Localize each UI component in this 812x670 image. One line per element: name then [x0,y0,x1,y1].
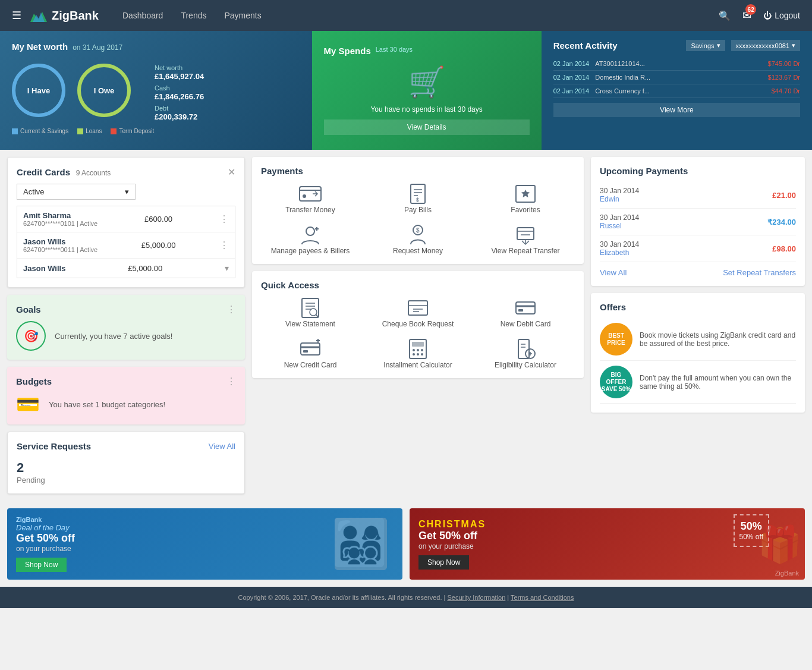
payment-pay-bills[interactable]: $ Pay Bills [369,182,467,214]
payments-card: Payments Transfer Money [252,157,584,264]
payments-grid: Transfer Money $ Pay Bills [261,182,575,255]
cc-menu-2[interactable]: ⋮ [219,240,229,251]
offer-item-1: BEST PRICE Book movie tickets using ZigB… [600,318,796,361]
qa-installment-calc[interactable]: Installment Calculator [369,337,467,369]
quick-access-title: Quick Access [261,280,319,290]
left-column: Credit Cards 9 Accounts ✕ Active ▾ Amit … [7,157,245,501]
payment-manage-payees[interactable]: Manage payees & Billers [261,223,360,255]
net-worth-label: Net worth £1,645,927.04 [155,64,204,81]
cc-amount-3: £5,000.00 [128,264,162,273]
view-more-button[interactable]: View More [553,103,800,117]
set-repeat-button[interactable]: Set Repeat Transfers [723,268,796,277]
main-content: Credit Cards 9 Accounts ✕ Active ▾ Amit … [0,150,812,508]
manage-payees-icon [298,223,322,247]
logout-button[interactable]: ⏻ Logout [763,11,800,20]
svg-point-44 [417,353,419,356]
cc-scroll-3[interactable]: ▾ [225,263,229,273]
activity-row-1: 02 Jan 2014 AT3001121014... $745.00 Dr [553,57,800,71]
nav-dashboard[interactable]: Dashboard [122,11,163,20]
account-number-select[interactable]: xxxxxxxxxxxx0081 ▾ [731,40,800,51]
upcoming-name-1: Edwin [600,195,639,203]
header: ☰ ZigBank Dashboard Trends Payments 🔍 ✉ … [0,0,812,31]
spends-title: My Spends [324,46,371,56]
qa-new-debit-card[interactable]: New Debit Card [476,296,575,328]
upcoming-date-2: 30 Jan 2014 [600,213,639,222]
budgets-menu[interactable]: ⋮ [226,376,236,387]
offers-header: Offers [600,302,796,312]
christmas-btn[interactable]: Shop Now [418,555,469,570]
cc-name-1: Amit Sharma [23,211,97,220]
svg-line-25 [316,314,318,317]
view-details-button[interactable]: View Details [324,119,530,135]
footer-security-link[interactable]: Security Information [447,594,505,601]
credit-cards-close[interactable]: ✕ [228,166,235,178]
svg-point-42 [421,349,423,351]
service-title: Service Requests [17,441,91,451]
offers-card: Offers BEST PRICE Book movie tickets usi… [591,293,805,413]
logo-text: ZigBank [52,9,99,23]
payment-request-money[interactable]: $ Request Money [369,223,467,255]
footer-terms-link[interactable]: Terms and Conditions [511,594,574,601]
payment-transfer-money[interactable]: Transfer Money [261,182,360,214]
credit-cards-title: Credit Cards [17,167,70,177]
payments-header: Payments [261,166,575,176]
goals-menu[interactable]: ⋮ [226,304,236,315]
account-type-select[interactable]: Savings ▾ [686,40,725,51]
goals-icon: 🎯 [16,321,46,351]
qa-cheque-book[interactable]: Cheque Book Request [369,296,467,328]
net-worth-date: on 31 Aug 2017 [73,43,122,52]
goals-message: Currently, you have 7 active goals! [55,332,172,341]
legend-savings: Current & Savings [12,128,68,134]
banner-btn-1[interactable]: Shop Now [16,558,67,572]
big-offer-badge: BIG OFFER SAVE 50% [600,366,632,398]
net-worth-legend: Current & Savings Loans Term Deposit [12,128,300,134]
upcoming-amount-3: £98.00 [772,244,796,253]
net-worth-panel: My Net worth on 31 Aug 2017 I Have I Owe… [0,31,312,150]
payment-favorites[interactable]: Favorites [476,182,575,214]
nav-trends[interactable]: Trends [181,11,206,20]
mail-wrapper[interactable]: ✉ 62 [742,9,751,22]
christmas-offer: Get 50% off [418,530,486,542]
power-icon: ⏻ [763,11,772,20]
svg-rect-33 [301,343,320,355]
view-all-button[interactable]: View All [600,268,627,277]
payment-label-favorites: Favorites [511,206,540,214]
search-icon[interactable]: 🔍 [719,10,731,21]
cc-item-2: Jason Wills 624700******0011 | Active £5… [17,232,235,259]
credit-cards-filter[interactable]: Active ▾ [17,184,136,200]
banner-sub-1: on your purchase [16,545,75,553]
qa-label-installment: Installment Calculator [383,361,452,369]
svg-point-40 [413,349,415,351]
offer-desc-1: Book movie tickets using ZigBank credit … [640,331,796,348]
i-owe-circle: I Owe [77,64,131,117]
service-view-all[interactable]: View All [209,442,235,451]
activity-panel: Recent Activity Savings ▾ xxxxxxxxxxxx00… [542,31,812,150]
payment-repeat-transfer[interactable]: View Repeat Transfer [476,223,575,255]
activity-rows: 02 Jan 2014 AT3001121014... $745.00 Dr 0… [553,57,800,98]
svg-point-43 [413,353,415,356]
banner-deal-1: Deal of the Day [16,523,75,532]
goals-card: Goals ⋮ 🎯 Currently, you have 7 active g… [7,295,245,360]
cart-icon: 🛒 [408,65,445,99]
footer-text: Copyright © 2006, 2017, Oracle and/or it… [238,594,442,601]
cc-menu-1[interactable]: ⋮ [219,213,229,225]
svg-rect-32 [518,309,523,312]
view-statement-icon [298,296,322,320]
credit-cards-list: Amit Sharma 624700******0101 | Active £6… [17,206,235,278]
qa-new-credit-card[interactable]: New Credit Card [261,337,360,369]
pending-label: Pending [17,476,235,485]
christmas-banner-text: CHRISTMAS Get 50% off on your purchase S… [410,510,495,578]
offers-title: Offers [600,302,626,312]
qa-eligibility-calc[interactable]: Eligibility Calculator [476,337,575,369]
net-worth-title: My Net worth [12,42,68,52]
qa-view-statement[interactable]: View Statement [261,296,360,328]
request-money-icon: $ [406,223,430,247]
hamburger-menu[interactable]: ☰ [12,9,21,22]
nav-payments[interactable]: Payments [224,11,261,20]
svg-rect-39 [412,342,424,347]
upcoming-amount-2: ₹234.00 [767,218,796,227]
spends-panel: My Spends Last 30 days 🛒 You have no spe… [312,31,542,150]
best-price-badge: BEST PRICE [600,323,632,356]
zigbank-watermark: ZigBank [775,570,799,577]
credit-cards-count: 9 Accounts [76,169,111,177]
